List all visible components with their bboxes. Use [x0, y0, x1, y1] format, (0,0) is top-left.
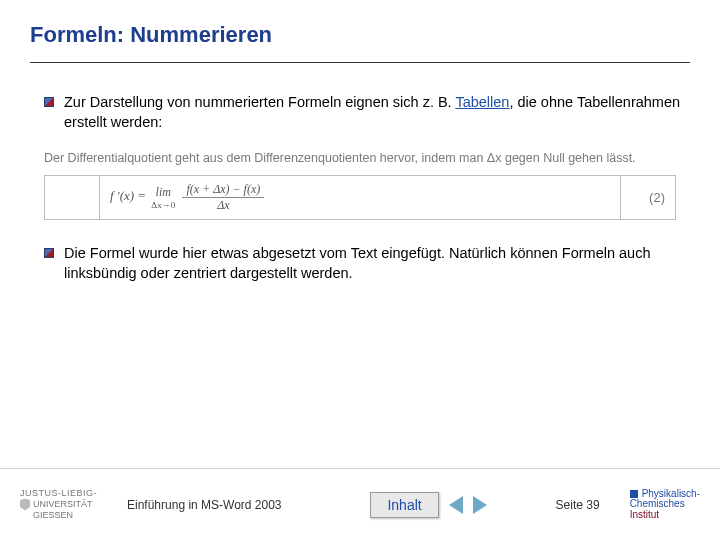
bullet-1-text: Zur Darstellung von nummerierten Formeln…: [64, 93, 690, 132]
example-intro: Der Differentialquotient geht aus dem Di…: [44, 150, 676, 167]
shield-icon: [20, 499, 30, 511]
bullet-1-pre: Zur Darstellung von nummerierten Formeln…: [64, 94, 455, 110]
formula-lhs: f '(x) =: [110, 188, 146, 203]
bullet-icon: [44, 97, 54, 107]
uni-line-1: JUSTUS-LIEBIG-: [20, 489, 97, 499]
formula-numerator: f(x + Δx) − f(x): [182, 182, 264, 198]
square-icon: [630, 490, 638, 498]
university-logo: JUSTUS-LIEBIG- UNIVERSITÄT GIESSEN: [20, 489, 97, 521]
formula-cell-center: f '(x) = lim Δx→0 f(x + Δx) − f(x) Δx: [100, 176, 621, 220]
formula-table: f '(x) = lim Δx→0 f(x + Δx) − f(x) Δx (2…: [44, 175, 676, 220]
inhalt-button[interactable]: Inhalt: [370, 492, 438, 518]
institute-logo: Physikalisch- Chemisches Institut: [630, 489, 700, 521]
slide-title: Formeln: Nummerieren: [30, 22, 690, 48]
formula-lim-sub: Δx→0: [151, 200, 175, 210]
formula-cell-left: [45, 176, 100, 220]
bullet-2-text: Die Formel wurde hier etwas abgesetzt vo…: [64, 244, 690, 283]
formula-cell-right: (2): [621, 176, 676, 220]
uni-line-2a: UNIVERSITÄT: [33, 500, 93, 510]
footer-nav: Inhalt: [322, 492, 536, 518]
table-row: f '(x) = lim Δx→0 f(x + Δx) − f(x) Δx (2…: [45, 176, 676, 220]
tabellen-link[interactable]: Tabellen: [455, 94, 509, 110]
slide-footer: JUSTUS-LIEBIG- UNIVERSITÄT GIESSEN Einfü…: [0, 468, 720, 540]
uni-line-2b: GIESSEN: [33, 511, 97, 521]
bullet-2: Die Formel wurde hier etwas abgesetzt vo…: [44, 244, 690, 283]
title-divider: [30, 62, 690, 63]
bullet-1: Zur Darstellung von nummerierten Formeln…: [44, 93, 690, 132]
formula-fraction: f(x + Δx) − f(x) Δx: [182, 182, 264, 213]
bullet-icon: [44, 248, 54, 258]
formula-lim: lim: [151, 185, 175, 200]
next-arrow-icon[interactable]: [473, 496, 487, 514]
inst-line-3: Institut: [630, 510, 700, 521]
formula-denominator: Δx: [182, 198, 264, 213]
prev-arrow-icon[interactable]: [449, 496, 463, 514]
footer-page-number: Seite 39: [556, 498, 600, 512]
footer-course: Einführung in MS-Word 2003: [127, 498, 282, 512]
example-block: Der Differentialquotient geht aus dem Di…: [44, 150, 676, 220]
